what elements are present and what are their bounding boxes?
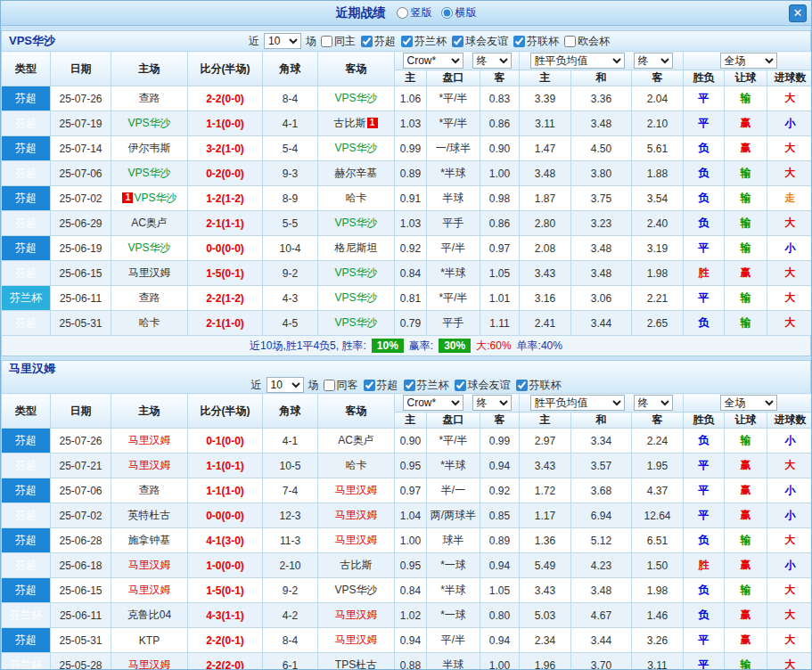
home-team-name: 马里汉姆 xyxy=(128,459,171,471)
sub-handicap: 盘口 xyxy=(427,70,480,86)
avg-draw-cell: 3.80 xyxy=(571,161,632,186)
home-team-name: 查路 xyxy=(139,484,160,496)
close-icon[interactable]: ✕ xyxy=(789,4,807,22)
handicap-result-cell: 赢 xyxy=(725,603,767,628)
vertical-radio-input[interactable] xyxy=(397,7,408,19)
corners-cell: 5-5 xyxy=(263,211,318,236)
bookmaker-select[interactable]: Crow* xyxy=(403,53,463,69)
filter-label: 同主 xyxy=(334,34,356,49)
filter-checkbox[interactable] xyxy=(455,380,466,391)
date-cell: 25-06-28 xyxy=(51,528,111,553)
handicap-cell: 平/半 xyxy=(427,628,480,653)
handicap-cell: 半/一 xyxy=(427,478,480,503)
corners-cell: 8-4 xyxy=(263,628,318,653)
away-odds-cell: 0.86 xyxy=(480,211,520,236)
goals-cell: 大 xyxy=(767,653,812,670)
result-cell: 负 xyxy=(684,161,725,186)
filter-option[interactable]: 芬兰杯 xyxy=(404,378,449,393)
layout-vertical-option[interactable]: 竖版 xyxy=(397,5,432,20)
filter-label: 同客 xyxy=(337,378,358,393)
away-odds-cell: 0.94 xyxy=(480,453,520,478)
avg-draw-cell: 3.75 xyxy=(571,186,632,211)
result-cell: 负 xyxy=(684,311,725,336)
filter-checkbox[interactable] xyxy=(361,36,373,47)
match-row: 芬超25-07-19VPS华沙1-1(0-0)4-1古比斯11.03*平/半0.… xyxy=(2,111,812,136)
score-cell: 2-2(0-1) xyxy=(188,628,263,653)
bookmaker-select[interactable]: Crow* xyxy=(403,395,463,411)
layout-horizontal-option[interactable]: 横版 xyxy=(441,5,477,20)
filter-checkbox[interactable] xyxy=(452,36,463,47)
away-team-name: VPS华沙 xyxy=(334,92,377,104)
match-count-select[interactable]: 10 xyxy=(267,377,304,393)
goals-cell: 大 xyxy=(767,161,812,186)
col-home: 主场 xyxy=(111,52,188,86)
filter-checkbox[interactable] xyxy=(401,36,413,47)
filter-option[interactable]: 芬兰杯 xyxy=(401,34,447,49)
home-team-cell: 马里汉姆 xyxy=(111,261,188,286)
vertical-radio-label: 竖版 xyxy=(411,5,432,20)
sub-away-odds: 客 xyxy=(480,413,520,429)
filter-checkbox[interactable] xyxy=(404,380,415,391)
score-cell: 2-2(1-2) xyxy=(188,286,263,311)
match-row: 芬超25-07-02英特杜古0-0(0-0)12-3马里汉姆1.04两/两球半0… xyxy=(2,503,812,528)
filter-option[interactable]: 同主 xyxy=(321,34,356,49)
horizontal-radio-input[interactable] xyxy=(441,7,453,19)
filter-option[interactable]: 欧会杯 xyxy=(564,34,610,49)
filter-checkbox[interactable] xyxy=(564,36,576,47)
home-odds-cell: 0.94 xyxy=(395,628,427,653)
away-team-name: 马里汉姆 xyxy=(335,534,378,546)
away-odds-cell: 0.86 xyxy=(480,111,520,136)
handicap-result-cell: 赢 xyxy=(725,261,767,286)
avg-away-cell: 3.11 xyxy=(632,653,684,670)
corners-cell: 4-1 xyxy=(263,111,318,136)
score-cell: 3-2(1-0) xyxy=(188,136,263,161)
avg-odds-select[interactable]: 胜平负均值 xyxy=(530,395,625,411)
home-odds-cell: 1.04 xyxy=(395,503,427,528)
handicap-result-cell: 输 xyxy=(725,236,767,261)
fullmatch-select[interactable]: 全场 xyxy=(720,395,777,411)
date-cell: 25-06-29 xyxy=(51,211,111,236)
away-team-cell: 古比斯1 xyxy=(318,111,395,136)
score-cell: 2-1(1-1) xyxy=(188,211,263,236)
filter-checkbox[interactable] xyxy=(324,380,335,391)
filter-option[interactable]: 球会友谊 xyxy=(452,34,508,49)
date-cell: 25-06-19 xyxy=(51,236,111,261)
filter-checkbox[interactable] xyxy=(513,36,525,47)
near-label: 近 xyxy=(251,378,262,393)
filter-checkbox[interactable] xyxy=(321,36,332,47)
filter-checkboxes: 同客芬超芬兰杯球会友谊芬联杯 xyxy=(324,378,562,393)
filter-option[interactable]: 芬超 xyxy=(361,34,396,49)
filter-option[interactable]: 同客 xyxy=(324,378,358,393)
avg-odds-group: 胜平负均值 终 xyxy=(520,52,684,70)
avg-draw-cell: 3.48 xyxy=(571,111,632,136)
league-cell: 芬超 xyxy=(2,236,51,261)
corners-cell: 12-3 xyxy=(263,503,318,528)
final-odds-select[interactable]: 终 xyxy=(472,395,512,411)
league-cell: 芬兰杯 xyxy=(2,603,51,628)
home-team-cell: VPS华沙 xyxy=(111,236,188,261)
home-team-cell: 马里汉姆 xyxy=(111,453,188,478)
handicap-cell: *半球 xyxy=(427,578,480,603)
filter-option[interactable]: 球会友谊 xyxy=(455,378,511,393)
final-avg-select[interactable]: 终 xyxy=(634,395,673,411)
match-row: 芬超25-07-06VPS华沙0-2(0-0)9-3赫尔辛基0.89*半球1.0… xyxy=(2,161,812,186)
filter-checkbox[interactable] xyxy=(516,380,528,391)
score-cell: 4-3(1-1) xyxy=(188,603,263,628)
filter-option[interactable]: 芬联杯 xyxy=(513,34,559,49)
final-odds-select[interactable]: 终 xyxy=(472,53,512,69)
away-odds-cell: 0.94 xyxy=(480,553,520,578)
sub-handicap: 盘口 xyxy=(427,413,480,429)
final-avg-select[interactable]: 终 xyxy=(634,53,673,69)
win-rate-badge: 10% xyxy=(372,339,404,353)
filter-option[interactable]: 芬联杯 xyxy=(516,378,562,393)
filter-checkbox[interactable] xyxy=(364,380,375,391)
home-team-name: 马里汉姆 xyxy=(128,559,171,571)
handicap-result-cell: 输 xyxy=(725,311,767,336)
match-count-select[interactable]: 10 xyxy=(264,33,301,49)
filter-option[interactable]: 芬超 xyxy=(364,378,398,393)
avg-draw-cell: 5.12 xyxy=(571,528,632,553)
corners-cell: 7-4 xyxy=(263,478,318,503)
sub-handicap-result: 让球 xyxy=(725,70,767,86)
fullmatch-select[interactable]: 全场 xyxy=(720,53,777,69)
avg-odds-select[interactable]: 胜平负均值 xyxy=(530,53,625,69)
